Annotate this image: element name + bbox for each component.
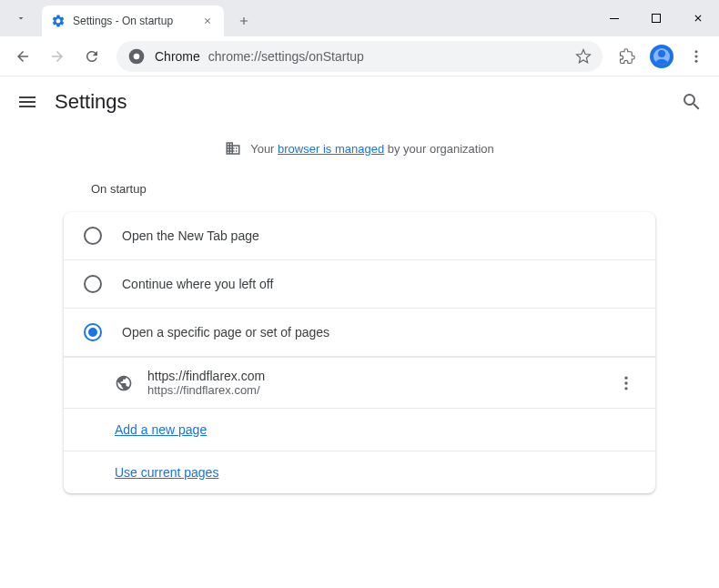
page-info: https://findflarex.com https://findflare…	[147, 369, 617, 397]
hamburger-menu-button[interactable]	[16, 91, 38, 113]
back-button[interactable]	[7, 41, 38, 72]
maximize-icon	[651, 13, 662, 24]
svg-rect-1	[653, 15, 661, 23]
tab-close-button[interactable]	[200, 14, 215, 28]
omnibox[interactable]: Chrome chrome://settings/onStartup	[116, 41, 603, 72]
gear-icon	[51, 14, 66, 28]
radio-icon	[84, 323, 102, 341]
arrow-right-icon	[49, 48, 66, 65]
tab-title: Settings - On startup	[73, 15, 200, 27]
tab-search-dropdown[interactable]	[5, 3, 36, 34]
minimize-icon	[609, 13, 620, 24]
forward-button[interactable]	[42, 41, 73, 72]
reload-icon	[84, 48, 100, 65]
extensions-button[interactable]	[612, 41, 643, 72]
managed-text: Your browser is managed by your organiza…	[250, 142, 494, 156]
maximize-button[interactable]	[635, 0, 677, 36]
managed-banner: Your browser is managed by your organiza…	[0, 127, 719, 173]
reload-button[interactable]	[76, 41, 107, 72]
svg-point-7	[624, 376, 627, 379]
radio-specific-pages[interactable]: Open a specific page or set of pages	[64, 308, 655, 357]
puzzle-icon	[619, 48, 635, 65]
close-icon	[203, 16, 212, 25]
close-icon	[693, 13, 704, 24]
dots-vertical-icon	[688, 48, 704, 65]
chrome-menu-button[interactable]	[681, 41, 712, 72]
svg-point-4	[695, 50, 698, 53]
use-current-link[interactable]: Use current pages	[115, 465, 218, 480]
radio-label: Continue where you left off	[122, 277, 273, 291]
svg-point-6	[695, 59, 698, 62]
window-titlebar: Settings - On startup	[0, 0, 719, 36]
radio-new-tab[interactable]: Open the New Tab page	[64, 212, 655, 259]
svg-rect-0	[610, 18, 619, 19]
settings-content: On startup Open the New Tab page Continu…	[0, 173, 719, 493]
chevron-down-icon	[15, 13, 26, 24]
startup-page-row: https://findflarex.com https://findflare…	[64, 357, 655, 408]
avatar-icon	[650, 45, 673, 68]
radio-icon	[84, 227, 102, 245]
chrome-icon	[127, 47, 146, 66]
radio-label: Open the New Tab page	[122, 228, 259, 243]
svg-point-5	[695, 55, 698, 57]
radio-label: Open a specific page or set of pages	[122, 325, 329, 340]
startup-page-url: https://findflarex.com/	[147, 383, 617, 397]
startup-page-title: https://findflarex.com	[147, 369, 617, 383]
minimize-button[interactable]	[593, 0, 635, 36]
window-controls	[593, 0, 719, 36]
svg-point-3	[134, 53, 140, 59]
browser-tab[interactable]: Settings - On startup	[42, 5, 224, 36]
svg-point-8	[624, 381, 627, 384]
use-current-row: Use current pages	[64, 451, 655, 493]
building-icon	[225, 140, 241, 157]
add-page-row: Add a new page	[64, 408, 655, 451]
add-page-link[interactable]: Add a new page	[115, 422, 207, 437]
profile-button[interactable]	[646, 41, 677, 72]
omnibox-prefix: Chrome	[155, 49, 200, 64]
settings-header: Settings	[0, 76, 719, 127]
arrow-left-icon	[15, 48, 31, 65]
radio-icon	[84, 275, 102, 293]
svg-point-9	[624, 387, 627, 390]
bookmark-button[interactable]	[575, 48, 592, 65]
page-more-button[interactable]	[617, 374, 635, 392]
section-title: On startup	[64, 173, 655, 212]
globe-icon	[115, 374, 133, 392]
close-window-button[interactable]	[677, 0, 719, 36]
omnibox-url: chrome://settings/onStartup	[208, 49, 364, 64]
page-title: Settings	[55, 90, 681, 114]
new-tab-button[interactable]	[231, 8, 257, 34]
browser-toolbar: Chrome chrome://settings/onStartup	[0, 36, 719, 76]
startup-card: Open the New Tab page Continue where you…	[64, 212, 655, 493]
plus-icon	[238, 15, 250, 27]
search-button[interactable]	[681, 91, 703, 113]
star-icon	[575, 48, 592, 65]
managed-link[interactable]: browser is managed	[278, 142, 384, 156]
radio-continue[interactable]: Continue where you left off	[64, 259, 655, 308]
